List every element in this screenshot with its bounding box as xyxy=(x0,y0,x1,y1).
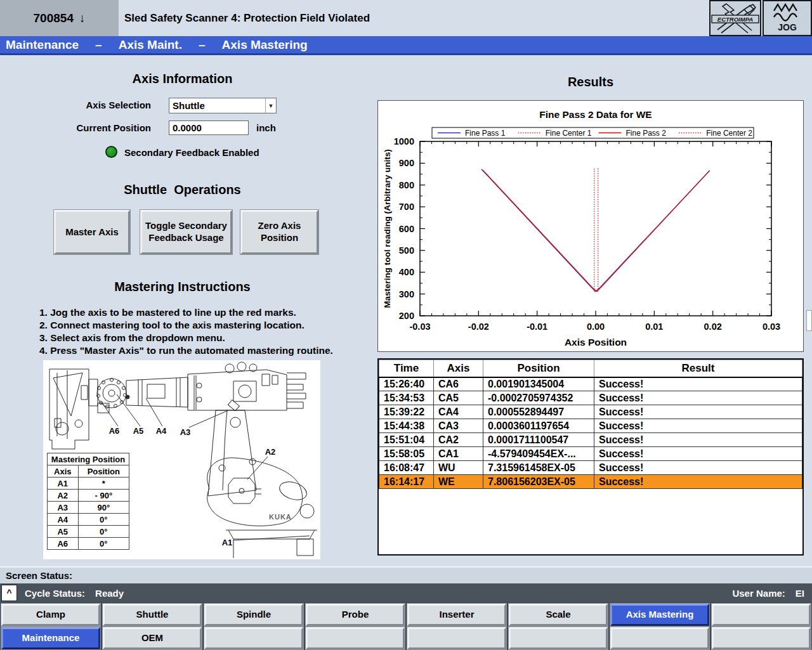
bottom-tab-oem[interactable]: OEM xyxy=(103,627,202,649)
results-result-cell: Success! xyxy=(594,377,802,391)
instruction-step: 3. Select axis from the dropdown menu. xyxy=(39,332,334,344)
axis-label-a5: A5 xyxy=(133,426,144,436)
collapse-button[interactable]: ^ xyxy=(1,585,17,601)
zero-axis-position-button[interactable]: Zero Axis Position xyxy=(240,210,318,254)
toggle-secondary-feedback-button[interactable]: Toggle Secondary Feedback Usage xyxy=(140,210,232,254)
legend-entry: Fine Pass 1 xyxy=(465,129,506,138)
results-position-cell: 0.0003601197654 xyxy=(483,419,594,433)
results-time-cell: 15:26:40 xyxy=(379,377,434,391)
breadcrumb-axis-mastering[interactable]: Axis Mastering xyxy=(222,38,308,52)
current-position-label: Current Position xyxy=(54,122,151,133)
breadcrumb-separator: – xyxy=(95,38,102,52)
breadcrumb-maintenance[interactable]: Maintenance xyxy=(6,38,79,52)
mastering-position-cell: 90° xyxy=(78,502,129,514)
bottom-tab-empty[interactable] xyxy=(712,604,811,626)
bottom-tab-axis-mastering[interactable]: Axis Mastering xyxy=(610,604,709,626)
mastering-table-row: A50° xyxy=(48,526,129,538)
bottom-tab-shuttle[interactable]: Shuttle xyxy=(103,604,202,626)
breadcrumb-separator: – xyxy=(199,38,206,52)
mastering-position-table: Mastering Position Axis Position A1*A2- … xyxy=(47,453,129,550)
axis-label-a1: A1 xyxy=(222,538,233,547)
jog-icon: JOG xyxy=(768,2,806,35)
bottom-tab-maintenance[interactable]: Maintenance xyxy=(1,627,100,649)
current-position-unit: inch xyxy=(256,122,276,133)
hmi-screen: 700854 ↓ Sled Safety Scanner 4: Protecti… xyxy=(0,0,812,650)
mastering-table-row: A2- 90° xyxy=(48,490,129,502)
results-chart-panel: Fine Pass 2 Data for WEFine Pass 1Fine C… xyxy=(377,100,804,352)
mastering-axis-cell: A5 xyxy=(48,526,79,538)
table-row[interactable]: 15:26:40CA60.001901345004Success! xyxy=(379,377,802,391)
bottom-tab-empty[interactable] xyxy=(306,627,405,649)
bottom-tab-empty[interactable] xyxy=(610,627,709,649)
results-table: TimeAxisPositionResult 15:26:40CA60.0019… xyxy=(379,360,802,489)
table-row[interactable]: 15:51:04CA20.0001711100547Success! xyxy=(379,433,802,447)
mastering-col-axis: Axis xyxy=(48,465,79,478)
results-result-cell: Success! xyxy=(594,461,802,475)
axis-label-a6: A6 xyxy=(109,426,120,436)
cycle-status-bar: ^ Cycle Status: Ready User Name: EI xyxy=(0,583,812,602)
results-axis-cell: CA1 xyxy=(434,447,483,461)
results-result-cell: Success! xyxy=(594,447,802,461)
results-axis-cell: CA5 xyxy=(434,391,483,405)
bottom-tab-empty[interactable] xyxy=(407,627,506,649)
program-id-box[interactable]: 700854 ↓ xyxy=(0,0,119,36)
x-axis-title: Axis Position xyxy=(565,337,627,348)
x-tick-label: 0.00 xyxy=(587,322,605,332)
axis-selection-dropdown[interactable]: Shuttle ▼ xyxy=(169,98,277,114)
table-row[interactable]: 16:14:17WE7.806156203EX-05Success! xyxy=(379,475,802,489)
breadcrumb-axis-maint[interactable]: Axis Maint. xyxy=(119,38,182,52)
legend-entry: Fine Pass 2 xyxy=(626,129,667,138)
results-time-cell: 15:44:38 xyxy=(379,419,434,433)
bottom-tab-spindle[interactable]: Spindle xyxy=(204,604,303,626)
results-col-header: Time xyxy=(379,360,434,377)
results-result-cell: Success! xyxy=(594,475,802,489)
cycle-status-value: Ready xyxy=(95,588,124,599)
bottom-tab-empty[interactable] xyxy=(509,627,608,649)
mastering-axis-cell: A2 xyxy=(48,490,79,502)
results-position-cell: 7.806156203EX-05 xyxy=(483,475,594,489)
logo-banner-text: ECTROIMPA xyxy=(717,15,753,22)
mastering-table-row: A60° xyxy=(48,538,129,550)
master-axis-button[interactable]: Master Axis xyxy=(54,210,130,254)
screen-status-label: Screen Status: xyxy=(6,570,72,581)
fine-pass-chart: Fine Pass 2 Data for WEFine Pass 1Fine C… xyxy=(378,101,803,351)
secondary-feedback-label: Secondary Feedback Enabled xyxy=(124,147,259,158)
x-tick-label: -0.02 xyxy=(468,322,489,332)
table-row[interactable]: 15:58:05CA1-4.579409454EX-...Success! xyxy=(379,447,802,461)
table-row[interactable]: 15:34:53CA5-0.0002705974352Success! xyxy=(379,391,802,405)
y-tick-label: 300 xyxy=(399,289,414,299)
mastering-axis-cell: A3 xyxy=(48,502,79,514)
y-tick-label: 400 xyxy=(399,267,414,277)
results-axis-cell: CA3 xyxy=(434,419,483,433)
bottom-tab-probe[interactable]: Probe xyxy=(306,604,405,626)
axis-label-a4: A4 xyxy=(156,426,167,436)
jog-mode-button[interactable]: JOG xyxy=(763,0,812,36)
mastering-instructions-title: Mastering Instructions xyxy=(54,280,311,294)
bottom-tab-scale[interactable]: Scale xyxy=(509,604,608,626)
y-tick-label: 500 xyxy=(399,245,414,256)
bottom-tab-inserter[interactable]: Inserter xyxy=(407,604,506,626)
chart-title: Fine Pass 2 Data for WE xyxy=(539,109,652,120)
scrollbar-fragment[interactable] xyxy=(806,310,812,331)
electroimpact-logo-button[interactable]: ECTROIMPA xyxy=(709,0,761,36)
table-row[interactable]: 15:44:38CA30.0003601197654Success! xyxy=(379,419,802,433)
robot-diagram-panel: A6 A5 A4 A3 A2 A1 KUKA Mastering Positio… xyxy=(43,360,320,559)
mastering-instructions-list: 1. Jog the axis to be mastered to line u… xyxy=(39,306,334,358)
table-row[interactable]: 15:39:22CA40.000552894497Success! xyxy=(379,405,802,419)
mastering-axis-cell: A1 xyxy=(48,478,79,490)
bottom-tab-empty[interactable] xyxy=(712,627,811,649)
user-name-label: User Name: xyxy=(732,588,785,599)
mastering-position-cell: * xyxy=(78,478,129,490)
mastering-table-row: A40° xyxy=(48,514,129,526)
bottom-tab-empty[interactable] xyxy=(204,627,303,649)
jog-label: JOG xyxy=(778,22,797,32)
results-col-header: Axis xyxy=(434,360,483,377)
instruction-step: 2. Connect mastering tool to the axis ma… xyxy=(39,319,334,332)
chevron-down-icon[interactable]: ▼ xyxy=(265,98,276,113)
y-tick-label: 900 xyxy=(399,158,414,168)
current-position-field[interactable]: 0.0000 xyxy=(169,120,249,135)
axis-label-a2: A2 xyxy=(265,447,276,457)
table-row[interactable]: 16:08:47WU7.315961458EX-05Success! xyxy=(379,461,802,475)
bottom-tab-clamp[interactable]: Clamp xyxy=(1,604,100,626)
mastering-position-cell: 0° xyxy=(78,526,129,538)
